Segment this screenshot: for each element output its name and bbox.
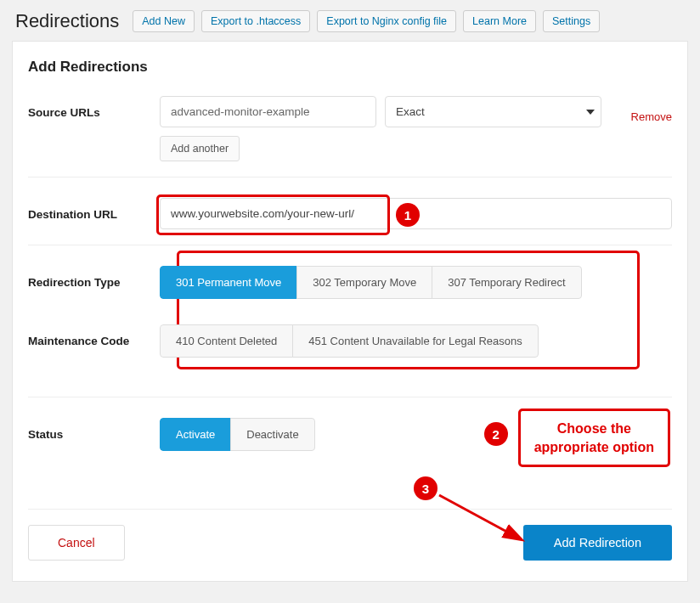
destination-url-label: Destination URL: [28, 198, 160, 221]
maint-451-button[interactable]: 451 Content Unavailable for Legal Reason…: [292, 324, 539, 358]
page-header: Redirections Add New Export to .htaccess…: [0, 0, 700, 41]
redirect-301-button[interactable]: 301 Permanent Move: [160, 266, 297, 299]
status-label: Status: [28, 418, 160, 441]
destination-url-input[interactable]: [160, 198, 672, 229]
add-redirections-panel: Add Redirections Source URLs Exact Remov…: [12, 41, 688, 582]
destination-url-row: Destination URL 1: [28, 193, 672, 245]
page-title: Redirections: [15, 10, 119, 32]
cancel-button[interactable]: Cancel: [28, 525, 125, 561]
add-redirection-button[interactable]: Add Redirection: [523, 525, 672, 561]
status-deactivate-button[interactable]: Deactivate: [230, 418, 314, 451]
learn-more-button[interactable]: Learn More: [463, 10, 536, 32]
redirection-type-group: 301 Permanent Move 302 Temporary Move 30…: [160, 266, 672, 299]
export-htaccess-button[interactable]: Export to .htaccess: [201, 10, 310, 32]
settings-button[interactable]: Settings: [543, 10, 600, 32]
status-activate-button[interactable]: Activate: [160, 418, 231, 451]
source-urls-row: Source URLs Exact Remove Add another: [28, 91, 672, 178]
maint-410-button[interactable]: 410 Content Deleted: [160, 324, 293, 358]
maintenance-code-label: Maintenance Code: [28, 324, 160, 347]
match-type-select[interactable]: Exact: [385, 96, 601, 127]
export-nginx-button[interactable]: Export to Nginx config file: [317, 10, 456, 32]
type-section: Redirection Type 301 Permanent Move 302 …: [28, 261, 672, 397]
redirect-302-button[interactable]: 302 Temporary Move: [296, 266, 432, 299]
panel-heading: Add Redirections: [28, 59, 672, 76]
redirection-type-label: Redirection Type: [28, 266, 160, 289]
panel-footer: Cancel Add Redirection: [28, 509, 672, 581]
redirect-307-button[interactable]: 307 Temporary Redirect: [432, 266, 582, 299]
annotation-badge-3: 3: [414, 476, 438, 500]
add-another-button[interactable]: Add another: [160, 136, 240, 161]
status-group: Activate Deactivate: [160, 418, 672, 451]
remove-source-link[interactable]: Remove: [631, 100, 672, 123]
add-new-button[interactable]: Add New: [133, 10, 195, 32]
maintenance-code-group: 410 Content Deleted 451 Content Unavaila…: [160, 324, 672, 358]
source-urls-label: Source URLs: [28, 96, 160, 119]
source-url-input[interactable]: [160, 96, 376, 127]
